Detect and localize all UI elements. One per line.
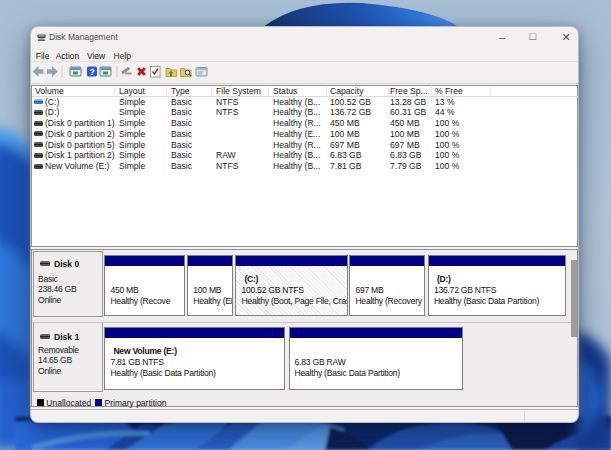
- svg-text:?: ?: [89, 67, 94, 77]
